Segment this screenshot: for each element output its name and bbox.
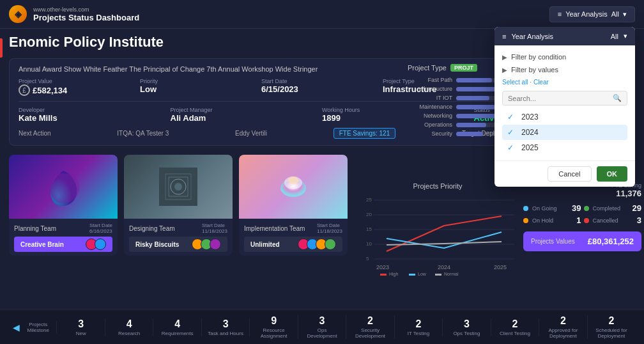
dropdown-chevron-icon: ▾ (624, 32, 627, 40)
dropdown-actions: Cancel OK (494, 160, 635, 187)
milestone-item: 2 Client Testing (491, 318, 539, 336)
planning-start-date: Start Date 6/16/2023 (89, 223, 112, 234)
svg-text:High: High (389, 272, 399, 277)
creative-brain-button[interactable]: Creative Brain (14, 237, 112, 252)
svg-text:2025: 2025 (494, 264, 507, 270)
proj-badge: PROJT (450, 64, 477, 72)
bar-label: Infrastructure (408, 86, 452, 92)
milestone-number: 3 (447, 318, 486, 330)
priority-chart: 25 20 15 10 5 2023 2024 2025 High Low No… (355, 194, 521, 277)
onhold-item: On Hold 1 (523, 215, 581, 225)
search-input[interactable] (508, 95, 610, 102)
bar-label: Maintenance (408, 104, 452, 110)
checkmark-icon: ✓ (507, 128, 516, 137)
milestone-number: 3 (61, 318, 100, 330)
milestone-label: Research (109, 331, 149, 336)
filter-condition-arrow: ▶ (502, 54, 507, 61)
filter-condition-option[interactable]: ▶ Filter by condition (502, 51, 627, 63)
planning-team-name: Planning Team (14, 225, 56, 232)
chevron-down-icon: ▾ (623, 10, 627, 19)
unlimited-button[interactable]: Unlimited (244, 237, 342, 252)
filter-icon: ≡ (502, 33, 506, 40)
filter-values-arrow: ▶ (502, 66, 507, 74)
risky-biscuits-button[interactable]: Risky Biscuits (129, 237, 227, 252)
start-date-label: Start Date (261, 78, 375, 84)
bar-fill (456, 132, 483, 136)
fte-saving-value: 11,376 (523, 189, 641, 198)
year-analysis-button[interactable]: ≡ Year Analysis All ▾ (549, 6, 635, 22)
year-option-2024[interactable]: ✓ 2024 (502, 125, 627, 140)
milestone-number: 2 (543, 315, 583, 327)
project-value: £582,134 (33, 86, 67, 95)
header-right: ≡ Year Analysis All ▾ (549, 6, 635, 22)
milestone-item: 3 Ops Development (298, 315, 346, 339)
milestone-item: 3 Ops Testing (443, 318, 491, 336)
year-value: 2023 (521, 113, 539, 121)
filter-values-option[interactable]: ▶ Filter by values (502, 63, 627, 76)
eddy-name: Eddy Vertili (235, 130, 267, 137)
cancel-button[interactable]: Cancel (548, 166, 591, 182)
milestone-label: Security Development (350, 327, 390, 339)
year-options-container: ✓ 2023 ✓ 2024 ✓ 2025 (502, 109, 627, 155)
projects-value-label: Projects Values (531, 238, 575, 245)
avatar-group (298, 238, 336, 250)
clear-link[interactable]: Clear (533, 79, 549, 86)
project-value-label: Project Value (19, 78, 132, 84)
select-links: Select all · Clear (502, 79, 627, 86)
projects-value-button[interactable]: Projects Values £80,361,252 (523, 231, 641, 251)
svg-rect-23 (435, 274, 441, 276)
svg-text:10: 10 (366, 241, 372, 247)
svg-point-2 (174, 183, 182, 191)
milestone-item: 2 Security Development (346, 315, 394, 339)
year-option-2023[interactable]: ✓ 2023 (502, 109, 627, 125)
ongoing-count: 39 (572, 203, 581, 213)
onhold-label: On Hold (532, 217, 553, 224)
logo-icon: ◈ (9, 5, 27, 23)
milestone-arrow-icon: ◀ (13, 322, 20, 332)
avatar-group (192, 238, 221, 250)
cancelled-item: Cancelled 3 (584, 215, 642, 225)
svg-text:2024: 2024 (438, 264, 450, 270)
chart-section: Projects Priority 25 20 15 10 5 2023 202… (355, 182, 521, 278)
designing-team-card: Designing Team Start Date 11/18/2023 Ris… (124, 155, 233, 256)
year-analysis-label: Year Analysis (565, 10, 608, 18)
header-text: www.other-levels.com Projects Status Das… (33, 6, 139, 22)
milestone-row: ◀ Projects Milestone 3 New 4 Research 4 … (0, 309, 644, 344)
milestone-number: 2 (592, 315, 631, 327)
search-icon: 🔍 (613, 94, 622, 102)
start-date-value: 6/15/2023 (261, 84, 298, 94)
milestone-number: 2 (399, 318, 438, 330)
onhold-count: 1 (576, 215, 581, 225)
milestone-label: Scheduled for Deployment (592, 327, 631, 339)
checkmark-icon: ✓ (507, 143, 516, 152)
year-value: 2024 (521, 128, 539, 137)
pound-icon: £ (19, 84, 30, 96)
filter-icon: ≡ (558, 10, 562, 18)
planning-team-info: Planning Team Start Date 6/16/2023 Creat… (9, 219, 118, 256)
avatar-group (86, 238, 106, 250)
milestone-label: Ops Development (302, 327, 342, 339)
bar-label: Networking (408, 113, 452, 119)
start-date-group: Start Date 6/15/2023 (261, 78, 383, 94)
developer-group: Developer Kate Mills (19, 107, 171, 123)
avatar (95, 238, 106, 250)
year-option-2025[interactable]: ✓ 2025 (502, 140, 627, 155)
fte-savings: FTE Savings: 121 (334, 128, 396, 139)
svg-point-5 (288, 176, 298, 184)
working-hours-value: 1899 (322, 113, 341, 123)
ok-button[interactable]: OK (597, 166, 628, 182)
avatar (210, 238, 221, 250)
planning-team-card: Planning Team Start Date 6/16/2023 Creat… (9, 155, 118, 256)
app-title: Projects Status Dashboard (33, 13, 139, 22)
select-all-link[interactable]: Select all (502, 79, 528, 86)
svg-text:15: 15 (366, 226, 372, 232)
milestone-number: 4 (109, 318, 149, 330)
priority-group: Priority Low (140, 78, 261, 94)
impl-team-name: Implementation Team (244, 225, 305, 232)
filter-condition-label: Filter by condition (511, 53, 566, 61)
avatar (325, 238, 336, 250)
pm-group: Project Manager Ali Adam (171, 107, 323, 123)
milestone-number: 3 (302, 315, 342, 327)
next-action-label: Next Action (19, 130, 51, 137)
onhold-dot (523, 218, 528, 223)
